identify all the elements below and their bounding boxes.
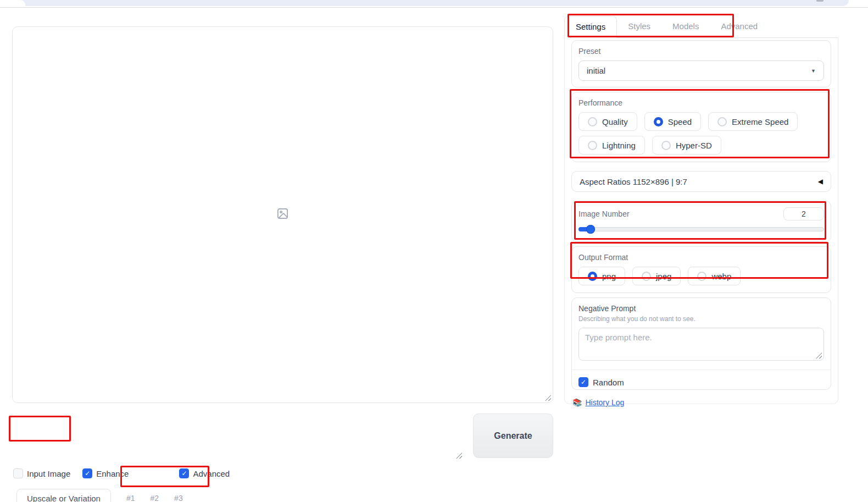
output-format-option-jpeg[interactable]: jpeg <box>632 267 681 285</box>
performance-option-speed[interactable]: Speed <box>644 112 701 131</box>
performance-option-lightning[interactable]: Lightning <box>578 136 645 155</box>
radio-unselected-icon[interactable] <box>697 272 706 281</box>
advanced-label: Advanced <box>193 469 230 478</box>
canvas-resize-handle[interactable] <box>545 395 551 401</box>
checkbox-checked-icon[interactable]: ✓ <box>82 468 92 478</box>
options-row: Input Image ✓ Enhance ✓ Advanced <box>13 468 230 478</box>
performance-option-quality[interactable]: Quality <box>578 112 637 131</box>
aspect-ratios-label: Aspect Ratios 1152×896 | 9:7 <box>580 177 687 186</box>
generate-button[interactable]: Generate <box>473 413 553 458</box>
tab-styles[interactable]: Styles <box>617 16 661 38</box>
input-image-label: Input Image <box>27 469 70 478</box>
negative-prompt-group: Negative Prompt Describing what you do n… <box>571 297 831 390</box>
radio-unselected-icon[interactable] <box>588 141 597 150</box>
image-preview-area <box>12 26 553 403</box>
settings-tabbar: Settings Styles Models Advanced <box>564 16 838 38</box>
radio-selected-icon[interactable] <box>588 272 597 281</box>
collapse-arrow-icon[interactable]: ◀ <box>818 178 823 185</box>
tab-upscale-or-variation[interactable]: Upscale or Variation <box>16 489 111 502</box>
browser-divider <box>0 7 868 8</box>
output-format-option-webp[interactable]: webp <box>688 267 741 285</box>
image-number-input[interactable] <box>783 207 824 220</box>
performance-group: Performance Quality Speed Extreme Speed … <box>571 92 831 162</box>
negative-prompt-input[interactable] <box>578 328 824 361</box>
image-placeholder-icon <box>276 207 289 222</box>
slider-handle[interactable] <box>586 225 595 234</box>
performance-label: Performance <box>578 98 824 107</box>
browser-window-control-icon <box>816 0 824 2</box>
output-format-option-png[interactable]: png <box>578 267 625 285</box>
browser-active-tab <box>0 0 25 6</box>
radio-selected-icon[interactable] <box>654 117 663 126</box>
radio-unselected-icon[interactable] <box>588 117 597 126</box>
preset-label: Preset <box>578 47 824 56</box>
tab-advanced[interactable]: Advanced <box>710 16 769 38</box>
output-format-label: Output Format <box>578 253 824 262</box>
performance-option-hyper-sd[interactable]: Hyper-SD <box>652 136 721 155</box>
checkbox-unchecked-icon[interactable] <box>13 468 23 478</box>
tab-1[interactable]: #1 <box>126 489 135 502</box>
browser-tabstrip <box>0 0 849 6</box>
preset-group: Preset initial ▼ <box>571 40 831 87</box>
history-log-row: 📚 History Log <box>572 398 830 407</box>
tab-models[interactable]: Models <box>661 16 710 38</box>
input-image-checkbox[interactable]: Input Image <box>13 468 70 478</box>
prompt-resize-handle[interactable] <box>456 453 462 459</box>
history-log-link[interactable]: History Log <box>585 398 624 407</box>
output-format-group: Output Format png jpeg webp <box>571 246 831 293</box>
tab-2[interactable]: #2 <box>151 489 159 502</box>
enhance-label: Enhance <box>96 469 129 478</box>
advanced-checkbox[interactable]: ✓ Advanced <box>179 468 230 478</box>
radio-unselected-icon[interactable] <box>642 272 651 281</box>
random-checkbox[interactable]: ✓ Random <box>578 370 824 389</box>
checkbox-checked-icon[interactable]: ✓ <box>179 468 189 478</box>
tab-settings[interactable]: Settings <box>564 16 617 38</box>
result-tabs: Upscale or Variation #1 #2 #3 <box>16 489 183 502</box>
chevron-down-icon[interactable]: ▼ <box>811 68 816 74</box>
radio-unselected-icon[interactable] <box>661 141 671 150</box>
tab-3[interactable]: #3 <box>174 489 183 502</box>
enhance-checkbox[interactable]: ✓ Enhance <box>82 468 129 478</box>
preset-dropdown[interactable]: initial ▼ <box>578 60 824 81</box>
random-label: Random <box>593 378 624 387</box>
radio-unselected-icon[interactable] <box>717 117 727 126</box>
image-number-label: Image Number <box>578 209 630 218</box>
performance-option-extreme-speed[interactable]: Extreme Speed <box>708 112 798 131</box>
prompt-container: 山水风景 <box>12 412 463 460</box>
image-number-group: Image Number <box>571 201 831 242</box>
negative-prompt-label: Negative Prompt <box>578 304 824 313</box>
aspect-ratios-accordion[interactable]: Aspect Ratios 1152×896 | 9:7 ◀ <box>571 171 831 192</box>
slider-track[interactable] <box>578 227 824 231</box>
checkbox-checked-icon[interactable]: ✓ <box>578 377 588 387</box>
settings-panel: Preset initial ▼ Performance Quality Spe… <box>564 38 838 404</box>
books-icon: 📚 <box>572 398 582 407</box>
preset-value: initial <box>587 66 605 75</box>
image-number-slider[interactable] <box>578 225 824 234</box>
negative-prompt-hint: Describing what you do not want to see. <box>578 315 824 323</box>
